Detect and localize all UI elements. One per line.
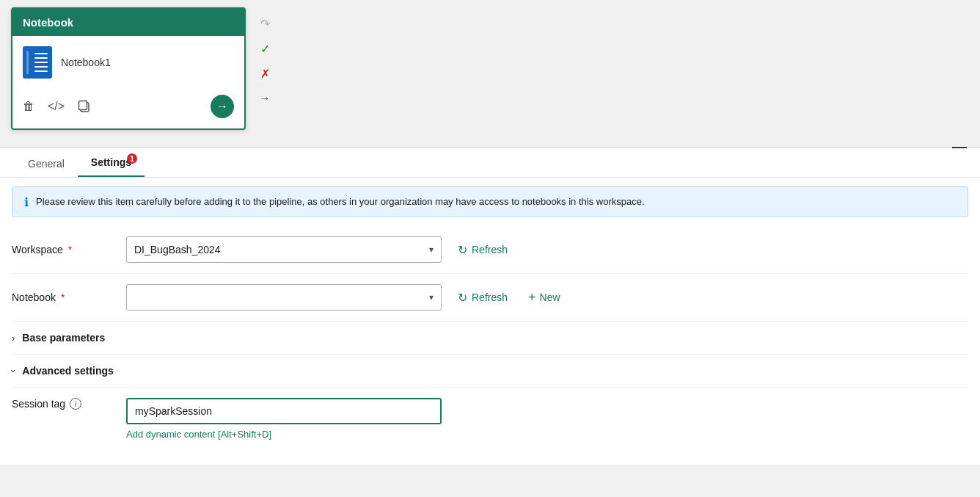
workspace-actions: ↻ Refresh: [453, 240, 512, 260]
notebook-new-label: New: [540, 291, 560, 303]
info-banner-text: Please review this item carefully before…: [36, 195, 645, 209]
line4: [34, 66, 48, 68]
session-tag-inner: Session tag i Add dynamic content [Alt+S…: [12, 398, 968, 440]
tab-settings[interactable]: Settings 1: [78, 148, 145, 177]
base-parameters-label: Base parameters: [22, 332, 105, 344]
notebook-refresh-icon: ↻: [458, 291, 467, 305]
dynamic-content-link[interactable]: Add dynamic content [Alt+Shift+D]: [126, 429, 442, 440]
notebook-file-icon: [23, 46, 52, 79]
session-tag-input[interactable]: [126, 398, 442, 424]
notebook-item-name: Notebook1: [61, 57, 111, 68]
session-tag-row: Session tag i Add dynamic content [Alt+S…: [12, 388, 968, 450]
session-tag-label: Session tag: [12, 398, 65, 410]
main-container: Notebook Notebook1: [0, 0, 980, 497]
notebook-card-header: Notebook: [12, 9, 244, 36]
notebook-card-body: Notebook1 🗑 </> →: [12, 36, 244, 128]
workspace-value: DI_BugBash_2024: [134, 244, 221, 255]
cross-icon[interactable]: ✗: [255, 63, 275, 84]
workspace-refresh-button[interactable]: ↻ Refresh: [453, 240, 512, 260]
workspace-refresh-label: Refresh: [472, 244, 508, 255]
info-banner: ℹ Please review this item carefully befo…: [12, 186, 968, 217]
advanced-settings-label: Advanced settings: [22, 365, 113, 377]
check-icon[interactable]: ✓: [255, 38, 275, 59]
notebook-item-row: Notebook1: [23, 46, 234, 79]
side-toolbar: ↷ ✓ ✗ →: [255, 7, 275, 109]
top-area: Notebook Notebook1: [0, 0, 980, 147]
session-tag-label-row: Session tag i: [12, 398, 114, 410]
tabs-bar: General Settings 1: [0, 148, 980, 178]
notebook-refresh-button[interactable]: ↻ Refresh: [453, 288, 512, 308]
notebook-dropdown[interactable]: ▾: [126, 284, 442, 311]
line5: [34, 70, 48, 72]
settings-content: Workspace * DI_BugBash_2024 ▾ ↻ Refresh: [0, 226, 980, 465]
delete-icon[interactable]: 🗑: [23, 100, 34, 113]
notebook-row: Notebook * ▾ ↻ Refresh + New: [12, 274, 968, 322]
advanced-settings-section[interactable]: › Advanced settings: [12, 355, 968, 388]
workspace-row: Workspace * DI_BugBash_2024 ▾ ↻ Refresh: [12, 226, 968, 274]
session-tag-info-icon[interactable]: i: [70, 398, 81, 410]
notebook-actions: ↻ Refresh + New: [453, 287, 565, 308]
advanced-settings-chevron-icon: ›: [8, 369, 19, 372]
base-parameters-chevron-icon: ›: [12, 333, 15, 344]
notebook-card: Notebook Notebook1: [11, 7, 246, 130]
copy-icon[interactable]: [78, 100, 91, 113]
session-tag-label-container: Session tag i: [12, 398, 114, 416]
new-plus-icon: +: [528, 290, 536, 305]
notebook-card-actions: 🗑 </> →: [23, 92, 234, 118]
notebook-icon-decoration: [34, 53, 48, 72]
workspace-refresh-icon: ↻: [458, 243, 467, 257]
notebook-new-button[interactable]: + New: [524, 287, 565, 308]
line2: [34, 57, 48, 59]
svg-rect-1: [79, 101, 87, 110]
tab-general[interactable]: General: [15, 149, 78, 177]
workspace-dropdown[interactable]: DI_BugBash_2024 ▾: [126, 236, 442, 263]
info-icon: ℹ: [24, 195, 29, 209]
base-parameters-section[interactable]: › Base parameters: [12, 322, 968, 355]
notebook-card-title: Notebook: [23, 16, 73, 29]
notebook-chevron-icon: ▾: [429, 292, 434, 302]
notebook-refresh-label: Refresh: [472, 291, 508, 303]
workspace-label: Workspace *: [12, 244, 114, 255]
redo-icon[interactable]: ↷: [255, 13, 275, 34]
arrow-right-icon[interactable]: →: [255, 88, 275, 109]
go-icon[interactable]: →: [211, 95, 234, 118]
session-tag-input-container: Add dynamic content [Alt+Shift+D]: [126, 398, 442, 440]
line3: [34, 62, 48, 63]
workspace-required: *: [68, 244, 72, 255]
notebook-label: Notebook *: [12, 291, 114, 303]
top-right-dash: [952, 147, 967, 148]
notebook-required: *: [61, 291, 65, 303]
content-area: General Settings 1 ℹ Please review this …: [0, 148, 980, 465]
line1: [34, 53, 48, 54]
settings-badge: 1: [127, 153, 137, 164]
workspace-chevron-icon: ▾: [429, 244, 434, 255]
code-icon[interactable]: </>: [48, 100, 65, 113]
